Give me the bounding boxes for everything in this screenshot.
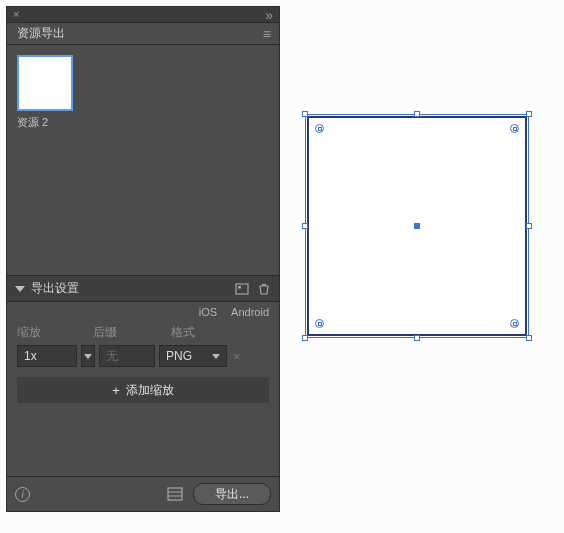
panel-titlebar: × » (7, 7, 279, 23)
format-value: PNG (166, 349, 192, 363)
live-corner-widget-bl[interactable] (315, 319, 324, 328)
resize-handle-bl[interactable] (302, 335, 308, 341)
suffix-placeholder: 无 (106, 348, 118, 365)
resize-handle-bm[interactable] (414, 335, 420, 341)
tab-asset-export[interactable]: 资源导出 (7, 23, 75, 44)
asset-item[interactable]: 资源 2 (17, 55, 73, 130)
platform-toggle-row: iOS Android (7, 302, 279, 324)
resize-handle-br[interactable] (526, 335, 532, 341)
scale-row: 1x 无 PNG × (7, 341, 279, 375)
resize-handle-tr[interactable] (526, 111, 532, 117)
asset-export-panel: × » 资源导出 ≡ 资源 2 导出设置 iOS Android 缩放 后缀 格… (6, 6, 280, 512)
panel-footer: i 导出... (7, 476, 279, 511)
export-button-label: 导出... (215, 486, 249, 503)
add-scale-button[interactable]: + 添加缩放 (17, 377, 269, 403)
remove-scale-icon[interactable]: × (233, 349, 241, 364)
disclosure-triangle-icon (15, 286, 25, 292)
export-settings-header[interactable]: 导出设置 (7, 275, 279, 302)
panel-menu-icon[interactable]: ≡ (263, 23, 279, 44)
resize-handle-tm[interactable] (414, 111, 420, 117)
format-select[interactable]: PNG (159, 345, 227, 367)
delete-icon[interactable] (257, 282, 271, 296)
panel-flyout-icon[interactable]: » (265, 8, 273, 22)
svg-rect-0 (236, 284, 248, 294)
svg-rect-2 (168, 488, 182, 500)
export-settings-label: 导出设置 (31, 280, 79, 297)
resize-handle-mr[interactable] (526, 223, 532, 229)
asset-thumbnail[interactable] (17, 55, 73, 111)
selected-artwork[interactable] (305, 114, 529, 338)
close-icon[interactable]: × (13, 9, 19, 20)
center-point-icon[interactable] (414, 223, 420, 229)
panel-tabs: 资源导出 ≡ (7, 23, 279, 45)
svg-rect-1 (238, 286, 241, 289)
export-button[interactable]: 导出... (193, 483, 271, 505)
list-view-icon[interactable] (167, 487, 183, 501)
format-presets-icon[interactable] (235, 282, 249, 296)
scale-value: 1x (24, 349, 37, 363)
plus-icon: + (112, 383, 120, 398)
header-format: 格式 (171, 324, 241, 341)
add-scale-label: 添加缩放 (126, 382, 174, 399)
info-icon[interactable]: i (15, 487, 30, 502)
scale-dropdown[interactable] (81, 345, 95, 367)
platform-ios[interactable]: iOS (199, 306, 217, 318)
resize-handle-ml[interactable] (302, 223, 308, 229)
live-corner-widget-tl[interactable] (315, 124, 324, 133)
scale-input[interactable]: 1x (17, 345, 77, 367)
resize-handle-tl[interactable] (302, 111, 308, 117)
asset-list: 资源 2 (7, 45, 279, 275)
header-suffix: 后缀 (93, 324, 171, 341)
suffix-input[interactable]: 无 (99, 345, 155, 367)
tab-label: 资源导出 (17, 25, 65, 42)
platform-android[interactable]: Android (231, 306, 269, 318)
header-scale: 缩放 (17, 324, 93, 341)
live-corner-widget-tr[interactable] (510, 124, 519, 133)
scale-column-headers: 缩放 后缀 格式 (7, 324, 279, 341)
live-corner-widget-br[interactable] (510, 319, 519, 328)
asset-name-label: 资源 2 (17, 115, 73, 130)
